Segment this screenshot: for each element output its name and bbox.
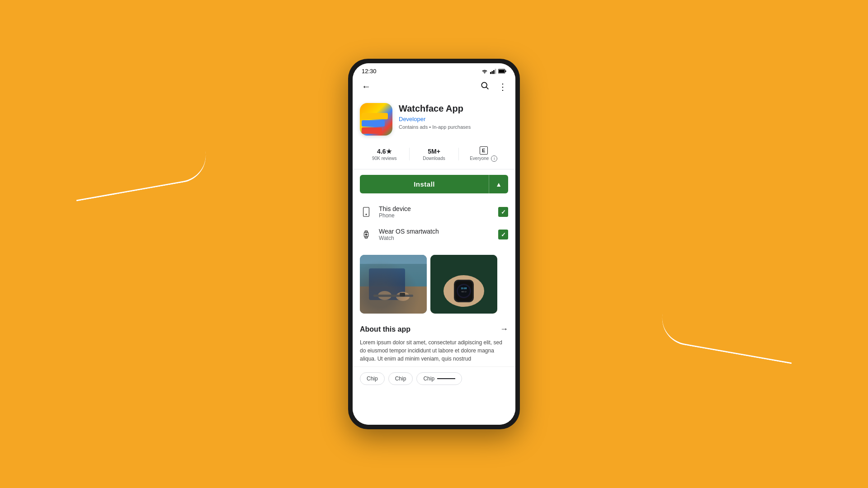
decorative-curve-right <box>658 305 797 364</box>
downloads-stat[interactable]: 5M+ Downloads <box>410 148 459 161</box>
reviews-label: 90K reviews <box>360 156 409 161</box>
stats-row: 4.6★ 90K reviews 5M+ Downloads E Everyon… <box>353 143 515 169</box>
app-info: Watchface App Developer Contains ads • I… <box>399 103 508 130</box>
device-options: This device Phone <box>353 199 515 249</box>
chip-3[interactable]: Chip <box>416 372 462 385</box>
device-item-phone: This device Phone <box>353 201 515 223</box>
svg-rect-22 <box>400 293 405 296</box>
svg-rect-13 <box>365 237 368 239</box>
svg-line-8 <box>486 87 489 89</box>
svg-rect-18 <box>369 268 405 300</box>
decorative-curve-left <box>70 142 210 202</box>
device-item-watch: Wear OS smartwatch Watch <box>353 223 515 246</box>
chip-1[interactable]: Chip <box>360 372 385 385</box>
phone-device-icon <box>360 206 373 218</box>
wifi-icon <box>481 69 488 74</box>
svg-rect-2 <box>493 70 495 74</box>
svg-point-19 <box>378 291 392 300</box>
icon-layer-red <box>362 127 382 134</box>
chip-2[interactable]: Chip <box>388 372 413 385</box>
status-time: 12:30 <box>362 68 377 75</box>
downloads-value: 5M+ <box>410 148 459 155</box>
install-dropdown-button[interactable]: ▲ <box>489 175 508 193</box>
device-type-watch: Watch <box>379 235 492 241</box>
watch-icon <box>361 230 371 239</box>
svg-text:10:08: 10:08 <box>461 287 467 290</box>
svg-point-20 <box>396 292 410 301</box>
svg-rect-15 <box>360 255 427 314</box>
rating-stat[interactable]: 4.6★ 90K reviews <box>360 148 409 161</box>
screenshot-2-svg: 10:08 WED 12 <box>430 255 497 314</box>
watch-device-icon <box>360 228 373 241</box>
svg-rect-21 <box>373 295 413 297</box>
rating-value: 4.6★ <box>360 148 409 155</box>
rating-age-label: Everyone i <box>459 155 508 162</box>
rating-age-value: E <box>459 146 508 155</box>
svg-rect-3 <box>495 69 496 74</box>
about-arrow[interactable]: → <box>500 324 508 334</box>
icon-layer-blue <box>362 120 385 127</box>
info-icon[interactable]: i <box>491 155 497 162</box>
svg-text:WED 12: WED 12 <box>461 291 467 293</box>
phone-screen: 12:30 <box>353 63 515 425</box>
install-button[interactable]: Install <box>360 175 489 193</box>
status-icons <box>481 69 506 74</box>
svg-point-10 <box>366 214 367 215</box>
battery-icon <box>498 69 506 74</box>
svg-rect-6 <box>505 70 506 72</box>
svg-rect-0 <box>490 72 491 74</box>
app-content: Watchface App Developer Contains ads • I… <box>353 98 515 425</box>
install-section: Install ▲ <box>353 169 515 199</box>
status-bar: 12:30 <box>353 63 515 77</box>
about-title: About this app <box>360 325 410 333</box>
rating-age-stat[interactable]: E Everyone i <box>459 146 508 162</box>
app-title: Watchface App <box>399 103 508 114</box>
svg-rect-1 <box>492 71 493 74</box>
svg-rect-17 <box>360 286 427 314</box>
more-button[interactable]: ⋮ <box>495 80 510 94</box>
downloads-label: Downloads <box>410 156 459 161</box>
app-icon-inner <box>360 103 392 136</box>
about-header: About this app → <box>360 324 508 334</box>
chip-3-line <box>437 378 455 379</box>
phone-icon <box>361 207 371 217</box>
checkbox-phone[interactable] <box>498 207 508 217</box>
svg-rect-5 <box>499 70 505 73</box>
device-info-watch: Wear OS smartwatch Watch <box>379 228 492 241</box>
chip-3-label: Chip <box>423 375 434 382</box>
signal-icon <box>490 69 496 74</box>
about-section: About this app → Lorem ipsum dolor sit a… <box>353 319 515 366</box>
app-developer[interactable]: Developer <box>399 116 508 122</box>
screenshot-2[interactable]: 10:08 WED 12 <box>430 255 497 314</box>
nav-bar: ← ⋮ <box>353 77 515 98</box>
svg-point-7 <box>481 82 487 88</box>
device-name-watch: Wear OS smartwatch <box>379 228 492 235</box>
icon-layer-orange <box>362 113 388 119</box>
about-text: Lorem ipsum dolor sit amet, consectetur … <box>360 338 508 363</box>
install-btn-wrapper: Install ▲ <box>360 175 508 193</box>
screenshot-1-svg <box>360 255 427 314</box>
screenshots-row: 10:08 WED 12 <box>353 249 515 319</box>
esrb-badge: E <box>480 146 488 155</box>
svg-point-14 <box>365 234 367 235</box>
svg-rect-16 <box>360 264 427 291</box>
checkbox-watch[interactable] <box>498 230 508 239</box>
screenshot-1[interactable] <box>360 255 427 314</box>
device-info-phone: This device Phone <box>379 205 492 219</box>
device-name-phone: This device <box>379 205 492 212</box>
phone-shell: 12:30 <box>348 59 520 429</box>
chips-row: Chip Chip Chip <box>353 366 515 392</box>
app-meta: Contains ads • In-app purchases <box>399 124 508 130</box>
app-header: Watchface App Developer Contains ads • I… <box>353 98 515 143</box>
search-button[interactable] <box>477 79 492 94</box>
back-button[interactable]: ← <box>358 80 374 94</box>
device-type-phone: Phone <box>379 212 492 219</box>
app-icon <box>360 103 392 136</box>
nav-actions: ⋮ <box>477 79 510 94</box>
svg-rect-12 <box>365 231 368 233</box>
